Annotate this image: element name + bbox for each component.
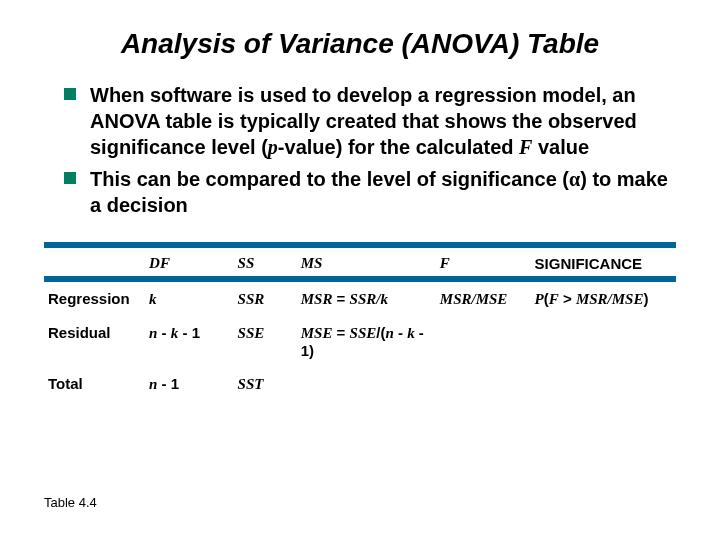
bullet-text: When software is used to develop a regre… [90, 82, 676, 160]
value: MSR/MSE [576, 291, 644, 307]
table-row: Residual n - k - 1 SSE MSE = SSE/(n - k … [44, 316, 676, 367]
text-fragment: > [559, 290, 576, 307]
row-label: Total [44, 367, 145, 401]
col-blank [44, 248, 145, 276]
italic-p: p [268, 136, 278, 158]
text-fragment: = [332, 290, 349, 307]
cell-sig [531, 316, 676, 367]
cell-df: n - 1 [145, 367, 233, 401]
value: SSR/k [350, 291, 388, 307]
header-label: F [440, 255, 450, 271]
cell-ss: SSR [234, 282, 297, 316]
value: MSR [301, 291, 333, 307]
cell-ms: MSR = SSR/k [297, 282, 436, 316]
value: n [385, 325, 393, 341]
row-label: Regression [44, 282, 145, 316]
bullet-square-icon [64, 88, 76, 100]
value: P [535, 291, 544, 307]
cell-f [436, 367, 531, 401]
cell-ms [297, 367, 436, 401]
bullet-list: When software is used to develop a regre… [64, 82, 676, 218]
text-fragment: - 1 [157, 375, 179, 392]
slide: Analysis of Variance (ANOVA) Table When … [0, 0, 720, 540]
row-label: Residual [44, 316, 145, 367]
text-fragment: This can be compared to the level of sig… [90, 168, 569, 190]
cell-df: n - k - 1 [145, 316, 233, 367]
table-row: Regression k SSR MSR = SSR/k MSR/MSE P(F… [44, 282, 676, 316]
table-body: Regression k SSR MSR = SSR/k MSR/MSE P(F… [44, 282, 676, 401]
value: MSR/MSE [440, 291, 508, 307]
anova-table: DF SS MS F SIGNIFICANCE Regression k SSR… [44, 242, 676, 401]
header-row: DF SS MS F SIGNIFICANCE [44, 248, 676, 276]
cell-f [436, 316, 531, 367]
col-ms: MS [297, 248, 436, 276]
text-fragment: value [532, 136, 589, 158]
cell-ms: MSE = SSE/(n - k - 1) [297, 316, 436, 367]
italic-f: F [519, 136, 532, 158]
table-row: Total n - 1 SST [44, 367, 676, 401]
cell-f: MSR/MSE [436, 282, 531, 316]
value: SST [238, 376, 264, 392]
header-label: SS [238, 255, 255, 271]
value: SSE [350, 325, 377, 341]
value: MSE [301, 325, 333, 341]
value: k [407, 325, 415, 341]
text-fragment: - 1 [178, 324, 200, 341]
header-label: DF [149, 255, 170, 271]
value: SSR [238, 291, 265, 307]
col-sig: SIGNIFICANCE [531, 248, 676, 276]
col-ss: SS [234, 248, 297, 276]
text-fragment: -value) for the calculated [278, 136, 519, 158]
text-fragment: - [157, 324, 170, 341]
table-caption: Table 4.4 [44, 495, 97, 510]
text-fragment: = [332, 324, 349, 341]
cell-sig [531, 367, 676, 401]
value: F [549, 291, 559, 307]
bullet-square-icon [64, 172, 76, 184]
cell-ss: SSE [234, 316, 297, 367]
cell-sig: P(F > MSR/MSE) [531, 282, 676, 316]
slide-title: Analysis of Variance (ANOVA) Table [44, 28, 676, 60]
text-fragment: - [394, 324, 407, 341]
header-label: MS [301, 255, 323, 271]
bullet-item: This can be compared to the level of sig… [64, 166, 676, 218]
alpha-symbol: α [569, 168, 580, 190]
bullet-item: When software is used to develop a regre… [64, 82, 676, 160]
value: SSE [238, 325, 265, 341]
text-fragment: ) [643, 290, 648, 307]
cell-df: k [145, 282, 233, 316]
bullet-text: This can be compared to the level of sig… [90, 166, 676, 218]
col-f: F [436, 248, 531, 276]
table-header: DF SS MS F SIGNIFICANCE [44, 242, 676, 282]
cell-ss: SST [234, 367, 297, 401]
col-df: DF [145, 248, 233, 276]
value: k [149, 291, 157, 307]
